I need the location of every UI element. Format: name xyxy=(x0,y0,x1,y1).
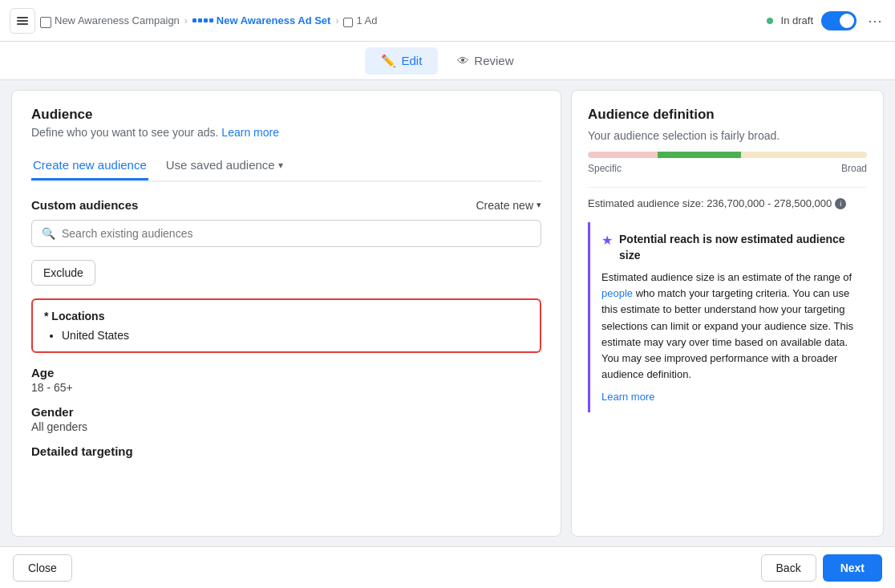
estimated-size: Estimated audience size: 236,700,000 - 2… xyxy=(588,197,867,209)
info-card-title: Potential reach is now estimated audienc… xyxy=(619,232,856,263)
review-label: Review xyxy=(474,54,513,67)
info-card: ★ Potential reach is now estimated audie… xyxy=(588,222,867,412)
aud-def-title: Audience definition xyxy=(588,107,867,123)
back-button[interactable]: Back xyxy=(761,554,816,582)
meter-left xyxy=(588,152,658,158)
people-link[interactable]: people xyxy=(601,287,633,299)
create-new-button[interactable]: Create new ▾ xyxy=(476,199,541,212)
breadcrumb-adset[interactable]: New Awareness Ad Set xyxy=(192,14,331,26)
gender-group: Gender All genders xyxy=(31,405,541,433)
adset-label: New Awareness Ad Set xyxy=(217,14,331,26)
meter-label-broad: Broad xyxy=(841,163,867,174)
create-new-arrow: ▾ xyxy=(537,200,541,210)
sep-1: › xyxy=(184,15,188,26)
top-bar: New Awareness Campaign › New Awareness A… xyxy=(0,0,895,42)
tabs-row: ✏️ Edit 👁 Review xyxy=(0,42,895,80)
status-dot xyxy=(767,18,773,24)
meter-green xyxy=(658,152,741,158)
audience-title: Audience xyxy=(31,107,541,123)
age-label: Age xyxy=(31,366,541,379)
campaign-icon xyxy=(40,17,51,28)
info-icon[interactable]: i xyxy=(835,198,846,209)
subtitle-learn-more[interactable]: Learn more xyxy=(221,126,279,139)
aud-def-subtitle: Your audience selection is fairly broad. xyxy=(588,129,867,142)
star-icon: ★ xyxy=(601,233,613,248)
locations-list: United States xyxy=(44,329,528,342)
info-card-body: Estimated audience size is an estimate o… xyxy=(601,270,856,383)
locations-label: * Locations xyxy=(44,310,528,322)
more-button[interactable]: ⋯ xyxy=(865,12,885,30)
right-buttons: Back Next xyxy=(761,554,882,582)
custom-audiences-row: Custom audiences Create new ▾ xyxy=(31,198,541,212)
tab-edit[interactable]: ✏️ Edit xyxy=(365,47,438,75)
breadcrumb: New Awareness Campaign › New Awareness A… xyxy=(40,14,377,26)
search-input[interactable] xyxy=(62,227,531,240)
draft-toggle[interactable] xyxy=(821,11,857,30)
tab-review[interactable]: 👁 Review xyxy=(441,47,529,74)
divider xyxy=(588,187,867,188)
edit-label: Edit xyxy=(401,54,422,67)
menu-icon[interactable] xyxy=(10,8,35,34)
next-button[interactable]: Next xyxy=(823,554,882,582)
audience-tabs: Create new audience Use saved audience ▾ xyxy=(31,152,541,182)
breadcrumb-ad[interactable]: 1 Ad xyxy=(343,14,377,26)
bottom-bar: Close Back Next xyxy=(0,546,895,588)
detailed-targeting-group: Detailed targeting xyxy=(31,444,541,458)
adset-icon xyxy=(192,18,213,22)
ad-label: 1 Ad xyxy=(356,14,377,26)
saved-arrow-icon: ▾ xyxy=(278,160,283,171)
close-button[interactable]: Close xyxy=(13,554,72,582)
right-panel: Audience definition Your audience select… xyxy=(571,90,884,537)
campaign-label: New Awareness Campaign xyxy=(55,14,180,26)
age-group: Age 18 - 65+ xyxy=(31,366,541,394)
review-icon: 👁 xyxy=(457,54,469,67)
exclude-button[interactable]: Exclude xyxy=(31,260,95,286)
learn-more-link[interactable]: Learn more xyxy=(601,391,856,403)
custom-aud-label: Custom audiences xyxy=(31,198,138,212)
audience-meter xyxy=(588,152,867,158)
breadcrumb-campaign[interactable]: New Awareness Campaign xyxy=(40,14,180,26)
info-card-header: ★ Potential reach is now estimated audie… xyxy=(601,232,856,263)
main-content: Audience Define who you want to see your… xyxy=(0,80,895,546)
gender-value: All genders xyxy=(31,420,541,433)
meter-label-specific: Specific xyxy=(588,163,622,174)
top-bar-right: In draft ⋯ xyxy=(767,11,885,30)
locations-box: * Locations United States xyxy=(31,298,541,353)
ad-icon xyxy=(343,18,353,27)
detailed-targeting-label: Detailed targeting xyxy=(31,444,541,458)
meter-labels: Specific Broad xyxy=(588,163,867,174)
audience-subtitle: Define who you want to see your ads. Lea… xyxy=(31,126,541,139)
tab-saved-audience[interactable]: Use saved audience ▾ xyxy=(164,152,285,180)
edit-icon: ✏️ xyxy=(381,54,396,68)
breadcrumb-area: New Awareness Campaign › New Awareness A… xyxy=(10,8,760,34)
gender-label: Gender xyxy=(31,405,541,419)
age-value: 18 - 65+ xyxy=(31,381,541,394)
location-item: United States xyxy=(62,329,528,342)
meter-right xyxy=(741,152,867,158)
status-text: In draft xyxy=(781,14,813,26)
search-box: 🔍 xyxy=(31,220,541,247)
tab-create-new[interactable]: Create new audience xyxy=(31,152,148,180)
left-panel: Audience Define who you want to see your… xyxy=(11,90,561,537)
sep-2: › xyxy=(335,15,338,26)
search-icon: 🔍 xyxy=(42,227,55,240)
